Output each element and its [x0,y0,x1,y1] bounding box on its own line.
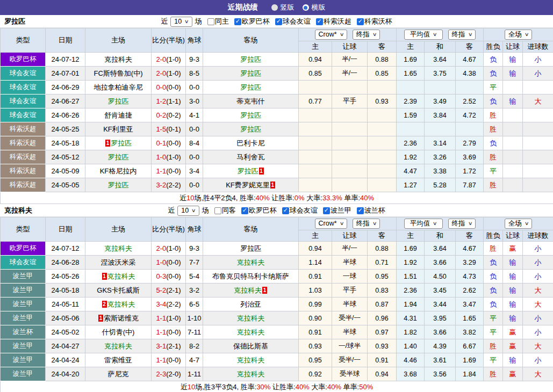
summary-row: 近10场,胜4平2负4, 胜率:40% 让胜率:0% 大率:33.3% 单率:4… [1,192,553,204]
league-checkbox[interactable] [234,18,241,25]
summary-text: 场,胜4平2负4, 胜率: [194,194,255,202]
home-team-name: 罗拉匹 [111,139,132,147]
recent-count-select[interactable]: 10∨ [170,17,192,27]
average-final-select[interactable]: 终指∨ [448,30,476,40]
handicap-odds-cell: 0.93 [368,95,397,108]
handicap-final-select[interactable]: 终指∨ [353,219,380,229]
handicap-odds-cell [332,81,368,95]
result-cell: 大 [523,284,553,297]
result-cell: 平 [484,353,503,367]
average-odds-cell: 1.84 [456,367,484,381]
halftime-score: (2-2) [166,181,181,189]
league-badge: 科索沃超 [1,136,46,150]
score-cell: 2-3(2-0) [152,367,186,381]
average-odds-cell: 3.69 [456,150,484,164]
handicap-odds-cell: 0.92 [299,367,332,381]
score-cell: 1-1(0-0) [152,325,186,339]
same-venue-checkbox[interactable] [207,18,214,25]
sub-col-avg-home: 主 [397,41,425,53]
league-checkbox[interactable] [282,207,289,214]
handicap-final-select[interactable]: 终指∨ [353,30,380,40]
average-odds-cell [456,122,484,136]
league-checkbox-label: 科索沃超 [324,17,351,26]
match-date: 24-05-02 [46,325,85,339]
bookmaker-select[interactable]: Crow*∨ [315,219,348,229]
handicap-odds-cell [299,108,332,122]
league-checkbox-label: 球会友谊 [290,206,318,215]
handicap-odds-cell: 0.88 [368,53,397,67]
team-section: 罗拉匹 近 10∨ 场 同主 欧罗巴杯球会友谊科索沃超科索沃杯 类型 [0,15,553,204]
match-row: 球会友谊24-06-28涅波沃米采1-0(0-0)7-7克拉科夫1.14半球0.… [1,256,553,270]
halftime-score: (1-0) [166,153,181,161]
match-date: 24-05-12 [46,150,85,164]
away-team-name: 罗拉匹 [240,111,261,119]
average-odds-cell: 3.84 [425,108,456,122]
sub-col-away-odds: 客 [368,41,397,53]
result-cell [503,122,523,136]
average-select[interactable]: 平均值∨ [404,30,443,40]
handicap-odds-cell [299,136,332,150]
away-team-name: 列治亚 [240,300,261,308]
handicap-odds-cell [299,164,332,178]
match-row: 科索沃超24-05-12罗拉匹1-0(1-0)0-0马利舍瓦1.923.263.… [1,150,553,164]
league-badge: 科索沃超 [1,150,46,164]
average-select-value: 平均值 [410,219,430,228]
layout-radio-unselected[interactable] [271,4,278,11]
summary-text: 大率: [310,383,327,391]
summary-text: 0% [295,194,305,202]
chevron-down-icon: ∨ [372,219,377,228]
result-cell: 平 [484,81,503,95]
layout-radio-selected[interactable] [303,4,309,11]
result-cell: 输 [503,270,523,284]
league-filter-group: 欧罗巴杯球会友谊科索沃超科索沃杯 [230,17,393,26]
home-team-cell: 罗拉匹 [85,178,152,192]
recent-count-select[interactable]: 10∨ [177,206,199,216]
home-team-cell: 雷索维亚 [85,353,152,367]
league-checkbox[interactable] [357,207,364,214]
league-checkbox[interactable] [275,18,282,25]
match-date: 24-05-18 [46,284,85,297]
home-team-name: GKS卡托威斯 [97,286,139,294]
average-select[interactable]: 平均值∨ [404,219,443,229]
result-cell: 负 [484,136,503,150]
fulltime-select[interactable]: 全场∨ [505,219,533,229]
average-odds-cell: 4.39 [425,339,456,353]
col-header-date: 日期 [46,28,85,53]
match-date: 24-05-06 [46,311,85,325]
fulltime-score: 2-3 [156,370,166,378]
league-badge: 球会友谊 [1,81,46,95]
result-cell [523,108,553,122]
col-header-score: 比分(半场) [152,217,186,242]
league-checkbox-label: 波兰杯 [364,206,385,215]
bookmaker-select[interactable]: Crow*∨ [315,30,348,40]
summary-text: 单率: [342,194,360,202]
away-team-name: 克拉科夫 [234,286,262,294]
match-date: 24-07-12 [46,242,85,256]
away-team-name: 布鲁克贝特马利卡纳斯萨 [212,272,289,280]
league-checkbox[interactable] [323,207,330,214]
match-row: 波兰甲24-05-18GKS卡托威斯5-2(2-1)3-2克拉科夫11.03平手… [1,284,553,297]
summary-text: 40% [296,383,310,391]
league-checkbox[interactable] [316,18,323,25]
handicap-odds-cell: 受半/一 [332,311,368,325]
result-cell: 胜 [484,367,503,381]
matches-label: 场 [195,17,202,26]
average-odds-cell: 4.67 [456,242,484,256]
away-team-cell: 罗拉匹 [203,53,299,67]
handicap-odds-cell: 半/一 [332,53,368,67]
league-checkbox[interactable] [357,18,364,25]
average-odds-cell: 2.62 [456,284,484,297]
fulltime-select[interactable]: 全场∨ [505,30,533,40]
score-cell: 3-4(2-2) [152,297,186,311]
score-cell: 1-0(0-0) [152,256,186,270]
result-cell [503,150,523,164]
average-final-select[interactable]: 终指∨ [448,219,476,229]
same-venue-checkbox[interactable] [214,207,221,214]
average-odds-cell: 6.67 [456,339,484,353]
red-card-badge: 1 [259,168,264,175]
league-checkbox[interactable] [241,207,248,214]
corners-cell: 9-3 [186,242,203,256]
away-team-cell: 罗拉匹 [203,242,299,256]
section-filter-row: 克拉科夫 近 10∨ 场 同客 欧罗巴杯球会友谊波兰甲波兰杯 [0,204,553,217]
home-team-cell: 地拉拿柏迪辛尼 [85,81,152,95]
